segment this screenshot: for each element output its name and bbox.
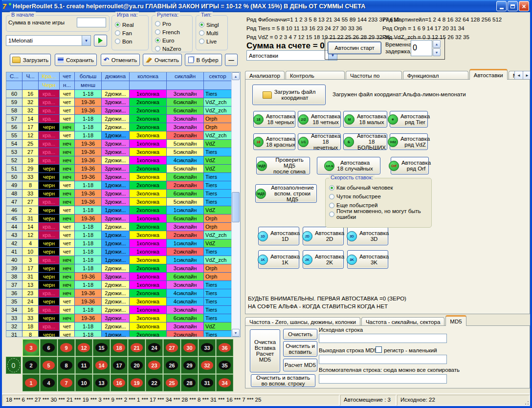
tab-bottom-3[interactable]: MD5 [445,315,466,326]
roulette-number-cell[interactable]: 21 [128,339,145,356]
column-header[interactable] [102,81,130,90]
table-row[interactable]: 6016кра...чет1-182дюжи...1колонка3сиклай… [6,90,232,98]
radio-type-singl[interactable]: Singl [199,21,219,29]
minus-button[interactable]: — [225,54,238,66]
start-sum-input[interactable] [77,18,106,27]
autobet-18-high-button[interactable]: БАвтоставка18 БОЛЬШИХ [343,133,387,150]
clear-button[interactable]: Очистить [143,54,182,66]
roulette-number-cell[interactable]: 12 [75,339,92,356]
roulette-number-cell[interactable]: 19 [128,374,145,391]
radio-type-live[interactable]: Live [199,37,219,45]
column-header[interactable]: Ч... [22,72,39,81]
roulette-number-cell[interactable]: 28 [181,374,198,391]
load-button[interactable]: Загрузить [10,54,51,66]
chevron-down-icon[interactable]: ▼ [82,36,90,45]
table-row[interactable]: 5327кра...неч19-363дюжи...3колонка5сикла… [6,148,232,156]
autobet-18-black-button[interactable]: 18Автоставка18 черных [253,111,295,128]
roulette-number-cell[interactable]: 22 [146,374,163,391]
roulette-zero-cell[interactable]: 0 [6,357,21,374]
autobet-2d-button[interactable]: 2DАвтоставка2D [303,227,344,245]
table-row[interactable]: 3831черннеч19-363дюжи...1колонка6сиклайн… [6,273,232,281]
column-header[interactable] [22,81,39,90]
column-header[interactable]: менш [75,81,102,90]
table-row[interactable]: 5714кра...чет1-182дюжи...2колонка3сиклай… [6,115,232,123]
autobet-2k-button[interactable]: 2KАвтоставка2K [303,250,344,269]
radio-wheel-pro[interactable]: Pro [155,20,181,28]
radio-game-fan[interactable]: Fan [115,29,134,37]
radio-speed-как-обычный-человек[interactable]: Как обычный человек [329,183,431,192]
table-row[interactable]: 5129черннеч19-363дюжи...2колонка5сиклайн… [6,165,232,173]
autobet-18-low-button[interactable]: МАвтоставка18 малых [343,111,387,128]
roulette-number-cell[interactable]: 3 [22,339,40,356]
autobet-18-even-button[interactable]: 2/2Автоставка18 четных [298,111,341,128]
source-string-input[interactable] [319,334,447,343]
table-row[interactable]: 424чернчет1-181дюжи...1колонка1сиклайнVd… [6,239,232,248]
roulette-number-cell[interactable]: 34 [216,374,233,391]
table-row[interactable]: 5425кра...неч19-363дюжи...1колонка5сикла… [6,140,232,148]
autobet-3d-button[interactable]: 3DАвтоставка3D [347,227,388,245]
column-header[interactable]: С... [6,72,22,81]
delay-spin-up[interactable]: ▲ [433,40,441,48]
save-button[interactable]: Сохранить [55,54,97,66]
roulette-number-cell[interactable]: 9 [58,339,75,356]
column-header[interactable] [204,81,232,90]
column-header[interactable] [167,81,204,90]
table-row[interactable]: 5219кра...неч19-362дюжи...1колонка4сикла… [6,156,232,165]
table-row[interactable]: 5512кра...чет1-181дюжи...3колонка2сиклай… [6,131,232,140]
radio-wheel-euro[interactable]: Euro [155,36,181,44]
roulette-number-cell[interactable]: 5 [40,357,57,374]
output-string-input[interactable] [319,355,447,364]
roulette-number-cell[interactable]: 2 [22,357,40,374]
autofill-md5-helper-button[interactable]: МД5Автозаполнениевспом. строки МД5 [255,184,317,203]
column-header[interactable]: колонка [130,72,167,81]
column-header[interactable]: сиклайн [167,72,204,81]
table-row[interactable]: 4110чернчет1-181дюжи...1колонка2сиклайнT… [6,248,232,256]
md5-calc-button[interactable]: Расчет MD5 [283,359,317,371]
spin-history-table[interactable]: С...Ч...Кра...четбольшдюжинаколонкасикла… [6,72,241,337]
roulette-number-cell[interactable]: 32 [199,357,216,374]
column-header[interactable]: больш [75,72,102,81]
roulette-number-cell[interactable]: 23 [146,357,163,374]
table-row[interactable]: 462чернчет1-181дюжи...2колонка1сиклайнVd… [6,206,232,215]
autobet-3k-button[interactable]: 3KАвтоставка3K [347,250,388,269]
table-row[interactable]: 4531черннеч19-363дюжи...1колонка6сиклайн… [6,215,232,223]
autobet-18-red-button[interactable]: 18Автоставка18 красных [253,133,295,150]
roulette-number-cell[interactable]: 31 [199,374,216,391]
case-checkbox[interactable] [376,346,382,353]
autobet-1d-button[interactable]: 1DАвтоставка1D [258,227,299,245]
column-header[interactable]: Кра... [39,72,60,81]
autobet-18-odd-button[interactable]: 1/1Автоставка18 нечетных [298,133,341,150]
table-scrollbar[interactable]: ▲ ▼ [231,72,240,337]
roulette-number-cell[interactable]: 20 [128,357,145,374]
md5-clear-button[interactable]: Очистить [283,329,317,340]
delay-value[interactable]: 0 [411,40,432,56]
roulette-number-cell[interactable]: 30 [181,339,198,356]
autobet-tier-row-button[interactable]: ✳Автоставкаряд Tier [390,111,428,128]
radio-wheel-nazero[interactable]: NaZero [155,44,181,53]
roulette-number-cell[interactable]: 25 [163,374,180,391]
resize-grip[interactable] [523,399,529,405]
autobet-vdz-row-button[interactable]: VdzАвтоставкаряд VdZ [390,133,428,150]
roulette-number-cell[interactable]: 15 [93,339,110,356]
scrollbar-thumb[interactable] [232,192,240,222]
table-row[interactable]: 3416кра...чет1-182дюжи...1колонка3сиклай… [6,306,232,314]
roulette-number-cell[interactable]: 36 [216,339,233,356]
table-row[interactable]: 4833черннеч19-363дюжи...3колонка6сиклайн… [6,190,232,198]
radio-type-multi[interactable]: Multi [199,29,219,37]
roulette-number-cell[interactable]: 17 [111,357,128,374]
column-header[interactable]: чет [60,72,75,81]
column-header[interactable] [130,81,167,90]
table-row[interactable]: 4312кра...чет1-181дюжи...3колонка2сиклай… [6,231,232,239]
radio-speed-почти-мгновенно-но-могут-быть-ошибки[interactable]: Почти мгновенно, но могут быть ошибки [329,210,431,218]
table-row[interactable]: 4414кра...чет1-182дюжи...2колонка3сиклай… [6,223,232,231]
roulette-number-cell[interactable]: 35 [216,357,233,374]
minimize-button[interactable] [496,1,507,11]
buffer-button[interactable]: В буфер [185,54,222,66]
roulette-number-cell[interactable]: 24 [146,339,163,356]
mode-combobox[interactable]: Автоставки ▼ [246,50,337,61]
radio-speed-чуток-побыстрее[interactable]: Чуток побыстрее [329,192,431,201]
md5-clear-paste-button[interactable]: Очистить ивставить [283,341,317,357]
autobet-orf-row-button[interactable]: OrfАвтоставкаряд Orf [391,157,429,174]
roulette-number-cell[interactable]: 13 [93,374,110,391]
roulette-number-cell[interactable]: 33 [199,339,216,356]
